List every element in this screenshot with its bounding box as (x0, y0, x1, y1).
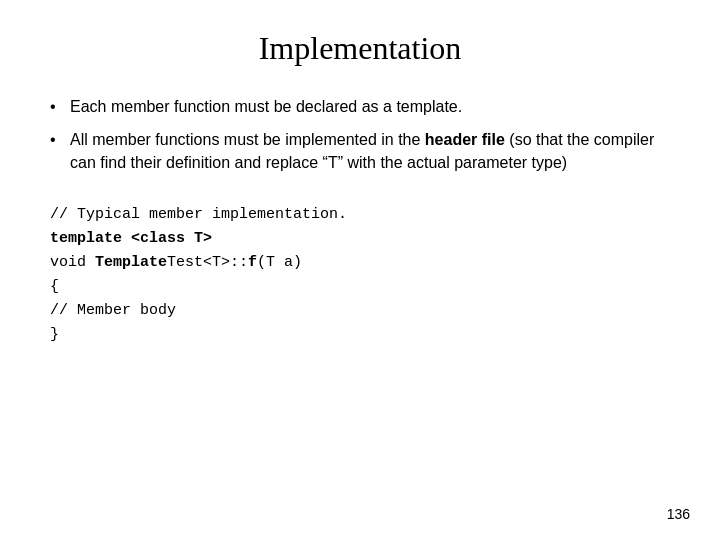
code-close-brace: } (50, 326, 59, 343)
slide: Implementation Each member function must… (0, 0, 720, 540)
bullet-item-2: All member functions must be implemented… (50, 128, 670, 174)
code-test-mid: Test<T>:: (167, 254, 248, 271)
code-line-5: // Member body (50, 299, 670, 323)
code-comment: // Typical member implementation. (50, 206, 347, 223)
code-line-1: // Typical member implementation. (50, 203, 670, 227)
code-member-body: // Member body (50, 302, 176, 319)
code-line-6: } (50, 323, 670, 347)
bullet-item-1: Each member function must be declared as… (50, 95, 670, 118)
bullet2-bold-text: header file (425, 131, 505, 148)
slide-title: Implementation (50, 30, 670, 67)
code-open-brace: { (50, 278, 59, 295)
code-f-bold: f (248, 254, 257, 271)
code-line-3: void TemplateTest<T>::f(T a) (50, 251, 670, 275)
code-void: void (50, 254, 95, 271)
page-number: 136 (667, 506, 690, 522)
code-line-2: template <class T> (50, 227, 670, 251)
code-params: (T a) (257, 254, 302, 271)
code-line-4: { (50, 275, 670, 299)
bullet2-text-before: All member functions must be implemented… (70, 131, 425, 148)
code-templatetest-bold: Template (95, 254, 167, 271)
code-block: // Typical member implementation. templa… (50, 203, 670, 347)
bullet1-text: Each member function must be declared as… (70, 98, 462, 115)
bullet-list: Each member function must be declared as… (50, 95, 670, 175)
code-template-line: template <class T> (50, 230, 212, 247)
